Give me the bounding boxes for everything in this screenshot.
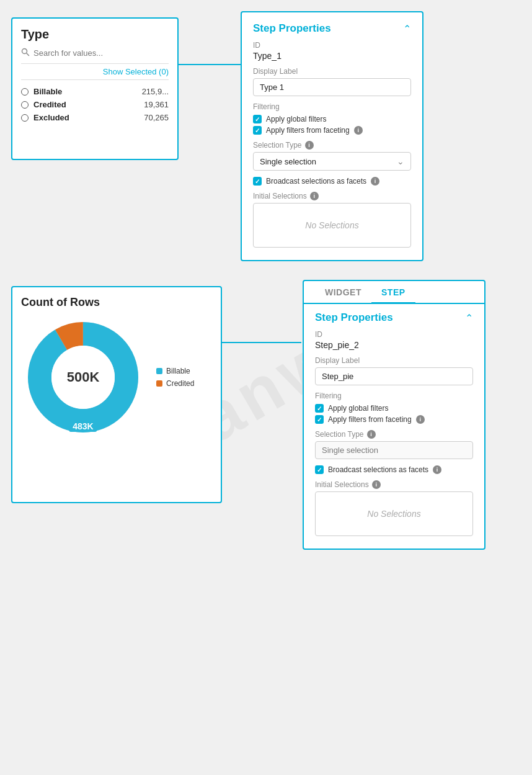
selection-type-info-icon-2[interactable]: i (367, 430, 376, 439)
selection-type-label: Selection Type i (253, 141, 411, 150)
selection-type-dropdown[interactable]: Single selection ⌄ (253, 152, 411, 171)
pie-center-label: 500K (67, 369, 100, 385)
broadcast-label-2: Broadcast selections as facets (328, 465, 428, 474)
radio-credited (21, 101, 29, 109)
chevron-up-icon[interactable]: ⌃ (403, 23, 411, 35)
panel-title-2: Step Properties (315, 311, 393, 324)
type-list: Billable 215,9... Credited 19,361 Exclud… (21, 85, 169, 124)
item-label-billable: Billable (33, 87, 62, 96)
initial-selections-info-icon[interactable]: i (310, 192, 319, 200)
tabs-bar: WIDGET STEP (304, 281, 484, 304)
list-item[interactable]: Billable 215,9... (21, 85, 169, 98)
id-label: ID (253, 41, 411, 50)
broadcast-row-2: Broadcast selections as facets i (315, 465, 473, 474)
no-selections-box: No Selections (253, 203, 411, 248)
apply-global-filters-label-2: Apply global filters (328, 404, 388, 413)
legend-label-billable: Billable (166, 367, 190, 375)
apply-global-filters-row-2: Apply global filters (315, 404, 473, 413)
pie-area: 500K 483K Billable Credited (21, 315, 212, 439)
display-label-input[interactable] (253, 78, 411, 96)
broadcast-checkbox-2[interactable] (315, 465, 324, 474)
apply-global-filters-label: Apply global filters (266, 115, 326, 123)
chevron-up-icon-2[interactable]: ⌃ (465, 312, 473, 324)
panel-header: Step Properties ⌃ (253, 22, 411, 35)
pie-bottom-label: 483K (69, 421, 97, 432)
apply-filters-faceting-row: Apply filters from faceting i (253, 126, 411, 135)
no-selections-text: No Selections (305, 220, 358, 230)
step-properties-panel-bottom: WIDGET STEP Step Properties ⌃ ID Step_pi… (303, 280, 485, 550)
legend-dot-credited (156, 380, 162, 387)
legend-label-credited: Credited (166, 379, 194, 388)
tab-step[interactable]: STEP (371, 281, 415, 304)
radio-billable (21, 88, 29, 96)
top-section: Type Show Selected (0) Billable 215,9... (11, 11, 521, 261)
tab-widget[interactable]: WIDGET (315, 281, 371, 303)
legend-item-billable: Billable (156, 367, 194, 375)
apply-filters-faceting-row-2: Apply filters from faceting i (315, 415, 473, 424)
broadcast-checkbox[interactable] (253, 177, 262, 186)
initial-selections-info-icon-2[interactable]: i (372, 480, 381, 489)
panel-header-2: Step Properties ⌃ (315, 311, 473, 324)
item-value-credited: 19,361 (144, 100, 169, 109)
initial-selections-label-2: Initial Selections i (315, 480, 473, 489)
list-item[interactable]: Credited 19,361 (21, 98, 169, 111)
apply-filters-faceting-info-icon-2[interactable]: i (416, 415, 425, 424)
broadcast-info-icon-2[interactable]: i (433, 465, 441, 474)
id-value: Type_1 (253, 51, 411, 61)
panel-title: Step Properties (253, 22, 331, 35)
item-value-billable: 215,9... (142, 87, 169, 96)
pie-title: Count of Rows (21, 296, 212, 309)
show-selected-button[interactable]: Show Selected (0) (21, 64, 169, 80)
panel-inner: Step Properties ⌃ ID Step_pie_2 Display … (304, 311, 484, 536)
broadcast-label: Broadcast selections as facets (266, 177, 366, 186)
dropdown-arrow-icon: ⌄ (397, 156, 404, 166)
apply-global-filters-checkbox-2[interactable] (315, 404, 324, 413)
search-input[interactable] (33, 48, 133, 58)
apply-filters-faceting-info-icon[interactable]: i (354, 126, 363, 135)
item-label-excluded: Excluded (33, 113, 69, 122)
bottom-section: Count of Rows 500K 483K (11, 280, 521, 550)
search-icon (21, 48, 30, 58)
apply-global-filters-checkbox[interactable] (253, 115, 262, 123)
pie-legend: Billable Credited (156, 367, 194, 388)
type-widget: Type Show Selected (0) Billable 215,9... (11, 17, 179, 160)
svg-line-1 (27, 53, 29, 56)
selection-type-readonly: Single selection (315, 441, 473, 459)
broadcast-info-icon[interactable]: i (371, 177, 379, 186)
filtering-label-2: Filtering (315, 392, 473, 400)
item-value-excluded: 70,265 (144, 113, 169, 122)
pie-widget: Count of Rows 500K 483K (11, 286, 222, 503)
legend-item-credited: Credited (156, 379, 194, 388)
apply-global-filters-row: Apply global filters (253, 115, 411, 123)
display-label-label-2: Display Label (315, 356, 473, 365)
list-item[interactable]: Excluded 70,265 (21, 111, 169, 124)
apply-filters-faceting-checkbox[interactable] (253, 126, 262, 135)
id-value-2: Step_pie_2 (315, 340, 473, 350)
id-label-2: ID (315, 330, 473, 339)
step-properties-panel-top: Step Properties ⌃ ID Type_1 Display Labe… (241, 11, 423, 261)
radio-excluded (21, 114, 29, 122)
selection-type-info-icon[interactable]: i (305, 141, 314, 150)
initial-selections-label: Initial Selections i (253, 192, 411, 200)
item-label-credited: Credited (33, 100, 66, 109)
apply-filters-faceting-label-2: Apply filters from faceting (328, 415, 412, 424)
search-bar (21, 48, 169, 64)
type-widget-title: Type (21, 27, 169, 42)
apply-filters-faceting-label: Apply filters from faceting (266, 126, 350, 135)
selection-type-value: Single selection (260, 157, 316, 166)
pie-chart-container: 500K 483K (21, 315, 145, 439)
display-label-label: Display Label (253, 67, 411, 76)
broadcast-row: Broadcast selections as facets i (253, 177, 411, 186)
selection-type-label-2: Selection Type i (315, 430, 473, 439)
apply-filters-faceting-checkbox-2[interactable] (315, 415, 324, 424)
no-selections-box-2: No Selections (315, 491, 473, 536)
display-label-input-2[interactable] (315, 367, 473, 385)
filtering-label: Filtering (253, 102, 411, 111)
legend-dot-billable (156, 368, 162, 374)
no-selections-text-2: No Selections (367, 509, 420, 519)
